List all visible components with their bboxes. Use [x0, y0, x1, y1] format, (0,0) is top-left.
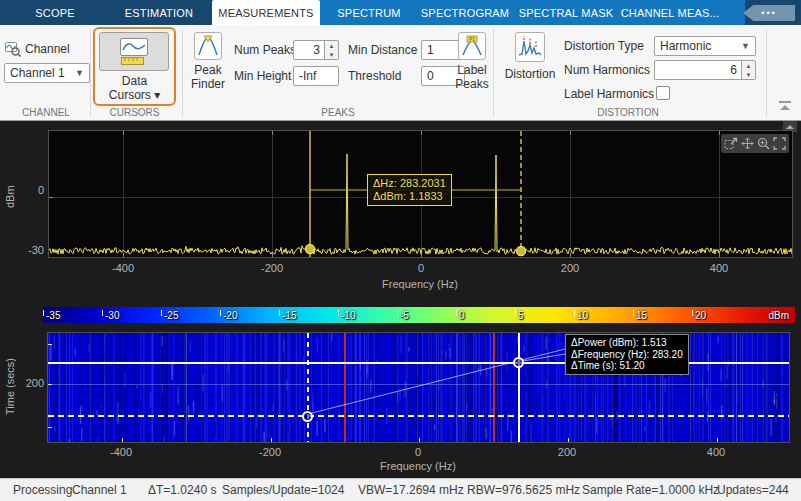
delta-frequency-readout: ΔFrequency (Hz): 283.20	[571, 349, 683, 361]
peak-finder-label-line1: Peak	[186, 63, 230, 77]
spectrum-xtick: 200	[545, 262, 595, 274]
tab-overflow-button[interactable]: •••	[743, 5, 795, 21]
peak-finder-label-line2: Finder	[186, 77, 230, 91]
num-peaks-label: Num Peaks	[234, 43, 296, 57]
spectrogram-cursor-2-marker[interactable]	[513, 357, 524, 368]
tab-estimation[interactable]: ESTIMATION	[108, 0, 210, 25]
colorbar-tick	[102, 310, 103, 316]
collapse-toolstrip-icon	[779, 101, 791, 103]
collapse-toolstrip-button[interactable]	[777, 101, 793, 113]
spectrogram-plot-axes[interactable]: ΔPower (dBm): 1.513 ΔFrequency (Hz): 283…	[47, 332, 790, 443]
num-harmonics-decrement-icon[interactable]: ▼	[742, 70, 755, 79]
spectrum-xtick: 0	[396, 262, 446, 274]
tick	[717, 438, 718, 442]
data-cursors-label-line2: Cursors ▾	[93, 88, 176, 102]
tick	[419, 438, 420, 442]
scope-display-area: dBm 0 -30	[0, 121, 801, 478]
tab-spectral-mask[interactable]: SPECTRAL MASK	[518, 0, 614, 25]
chevron-down-icon: ▼	[75, 68, 84, 78]
status-bar: Processing Channel 1 ΔT=1.0240 s Samples…	[0, 478, 801, 501]
num-harmonics-stepper[interactable]: 6 ▲ ▼	[654, 60, 756, 80]
num-peaks-decrement-icon[interactable]: ▼	[325, 50, 338, 59]
colorbar-tick	[515, 310, 516, 316]
num-peaks-stepper[interactable]: 3 ▲ ▼	[293, 40, 339, 60]
tick	[49, 257, 53, 258]
distortion-button-label: Distortion	[502, 67, 558, 81]
colorbar-tick	[397, 310, 398, 316]
num-harmonics-value: 6	[655, 63, 741, 77]
spectrogram-xtick: 400	[691, 446, 741, 458]
spectrum-ytick-neg30: -30	[0, 244, 44, 256]
spectrum-xtick: -400	[98, 262, 148, 274]
group-label-cursors: CURSORS	[93, 107, 176, 118]
pan-icon[interactable]	[741, 137, 754, 150]
spectrum-xtick: 400	[694, 262, 744, 274]
data-cursor-2-marker[interactable]	[517, 247, 526, 256]
delta-power-readout: ΔPower (dBm): 1.513	[571, 337, 683, 349]
colorbar-tick-label: -10	[341, 310, 355, 321]
zoom-in-icon[interactable]	[757, 137, 770, 150]
colorbar-tick	[279, 310, 280, 316]
spectrogram-xtick: 200	[542, 446, 592, 458]
collapse-toolstrip-icon-arrow	[780, 105, 790, 110]
colorbar-tick	[692, 310, 693, 316]
label-peaks-icon: P1	[461, 35, 483, 57]
label-peaks-label-line1: Label	[452, 63, 492, 77]
threshold-label: Threshold	[348, 69, 401, 83]
tick	[568, 438, 569, 442]
channel-label: Channel	[25, 42, 70, 56]
toolstrip-tab-bar: SCOPE ESTIMATION MEASUREMENTS SPECTRUM S…	[0, 0, 801, 25]
distortion-type-select[interactable]: Harmonic ▼	[654, 36, 756, 56]
colorbar-tick	[161, 310, 162, 316]
label-peaks-button[interactable]: P1 Label Peaks	[452, 32, 492, 91]
spectrum-xlabel: Frequency (Hz)	[320, 278, 520, 290]
toolstrip-ribbon: Channel Channel 1 ▼ CHANNEL Data Cursors…	[0, 25, 801, 121]
spectrogram-xlabel: Frequency (Hz)	[318, 460, 518, 472]
data-cursors-button-label[interactable]: Data Cursors ▾	[93, 74, 176, 102]
status-vbw: VBW=17.2694 mHz	[358, 483, 464, 497]
data-cursors-label-line1: Data	[93, 74, 176, 88]
channel-select[interactable]: Channel 1 ▼	[4, 63, 90, 83]
data-cursors-button[interactable]	[99, 32, 169, 71]
tab-measurements[interactable]: MEASUREMENTS	[212, 0, 320, 25]
fit-view-icon[interactable]	[773, 137, 786, 150]
label-harmonics-checkbox[interactable]	[656, 86, 670, 100]
ribbon-separator	[90, 29, 91, 117]
tab-scope[interactable]: SCOPE	[20, 0, 90, 25]
threshold-value: 0	[427, 69, 434, 83]
min-height-input[interactable]: -Inf	[293, 66, 339, 86]
peak-finder-icon	[197, 35, 219, 57]
colorbar-tick-label: 20	[695, 310, 706, 321]
delta-dbm-readout: ΔdBm: 1.1833	[373, 190, 446, 203]
tick	[48, 384, 52, 385]
ribbon-separator	[766, 29, 767, 117]
spectrogram-cursor-1-marker[interactable]	[302, 411, 313, 422]
colorbar-tick-label: 0	[459, 310, 465, 321]
spectrum-analyzer-window: SCOPE ESTIMATION MEASUREMENTS SPECTRUM S…	[0, 0, 801, 501]
spectrogram-cursor-annotation[interactable]: ΔPower (dBm): 1.513 ΔFrequency (Hz): 283…	[565, 334, 689, 375]
colorbar-tick-label: -30	[105, 310, 119, 321]
num-peaks-increment-icon[interactable]: ▲	[325, 41, 338, 50]
tab-spectrum[interactable]: SPECTRUM	[328, 0, 410, 25]
panel-collapse-arrow-icon	[786, 125, 794, 129]
data-cursor-1-marker[interactable]	[306, 245, 315, 254]
spectrum-plot-axes[interactable]: ΔHz: 283.2031 ΔdBm: 1.1833	[48, 130, 793, 258]
tab-channel-measurements[interactable]: CHANNEL MEAS...	[620, 0, 720, 25]
spectrum-ytick-0: 0	[0, 184, 44, 196]
colorbar-tick	[574, 310, 575, 316]
distortion-type-label: Distortion Type	[564, 39, 644, 53]
min-height-value: -Inf	[299, 69, 316, 83]
tick	[271, 438, 272, 442]
tab-spectrogram[interactable]: SPECTROGRAM	[418, 0, 512, 25]
export-icon[interactable]	[724, 137, 738, 150]
cursor-delta-annotation[interactable]: ΔHz: 283.2031 ΔdBm: 1.1833	[367, 174, 452, 206]
colorbar-tick	[633, 310, 634, 316]
gridline	[49, 257, 792, 258]
distortion-icon	[518, 35, 542, 59]
min-height-label: Min Height	[234, 69, 291, 83]
channel-scope-icon	[5, 41, 21, 57]
peak-finder-button[interactable]: Peak Finder	[186, 32, 230, 91]
status-samples-per-update: Samples/Update=1024	[222, 483, 344, 497]
distortion-button[interactable]: Distortion	[502, 32, 558, 81]
num-harmonics-increment-icon[interactable]: ▲	[742, 61, 755, 70]
